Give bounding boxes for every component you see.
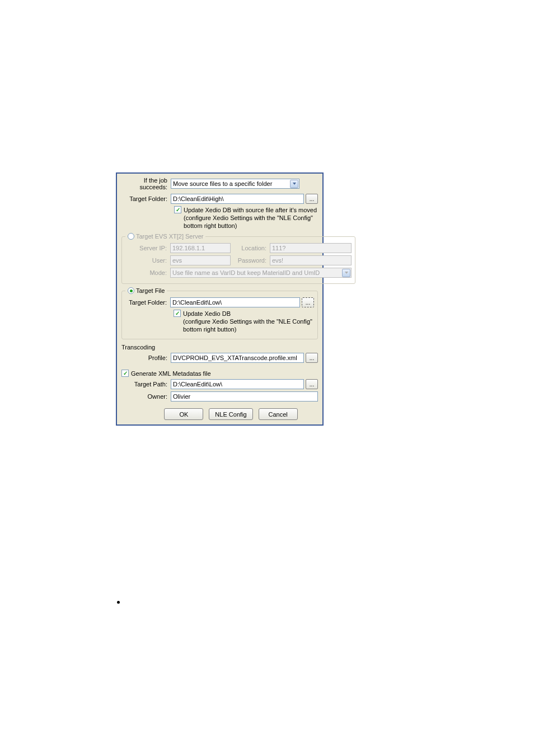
profile-label: Profile: [121, 354, 171, 361]
browse-button-xml[interactable]: ... [306, 379, 318, 389]
job-succeeds-row: If the job succeeds: Move source files t… [121, 177, 318, 190]
target-folder-high-row: Target Folder: ... [121, 194, 318, 204]
update-xedio-high-row: Update Xedio DB with source file after i… [121, 206, 318, 230]
target-file-folder-label: Target Folder: [125, 299, 170, 306]
xml-metadata-label: Generate XML Metadatas file [131, 370, 211, 377]
user-input [170, 255, 231, 265]
mode-select: Use file name as VarID but keep Material… [170, 268, 352, 278]
browse-button-high[interactable]: ... [306, 194, 318, 204]
job-succeeds-label: If the job succeeds: [121, 177, 171, 190]
user-label: User: [125, 257, 170, 264]
radio-target-evs[interactable] [128, 233, 134, 240]
target-path-label: Target Path: [121, 381, 171, 388]
transcoding-title: Transcoding [121, 344, 318, 351]
target-evs-legend[interactable]: Target EVS XT[2] Server [125, 233, 205, 240]
password-input [270, 255, 352, 265]
xml-metadata-checkbox[interactable] [121, 370, 129, 377]
evs-mode-row: Mode: Use file name as VarID but keep Ma… [125, 268, 352, 278]
evs-server-row: Server IP: Location: [125, 243, 352, 253]
owner-row: Owner: [121, 391, 318, 402]
server-ip-input [170, 243, 231, 253]
chevron-down-icon [290, 180, 298, 188]
server-ip-label: Server IP: [125, 245, 170, 251]
button-row: OK NLE Config Cancel [121, 408, 318, 420]
update-xedio-high-checkbox[interactable] [174, 206, 181, 213]
owner-label: Owner: [121, 393, 171, 400]
update-xedio-file-checkbox[interactable] [174, 310, 181, 317]
target-file-legend[interactable]: Target File [125, 287, 167, 294]
chevron-down-icon [342, 269, 350, 277]
location-label: Location: [231, 245, 270, 251]
bullet-icon [117, 601, 120, 604]
target-file-fieldset: Target File Target Folder: ... Update Xe… [121, 287, 318, 339]
password-label: Password: [231, 257, 270, 264]
target-folder-high-label: Target Folder: [121, 195, 171, 202]
evs-user-row: User: Password: [125, 255, 352, 265]
job-succeeds-select[interactable]: Move source files to a specific folder [171, 179, 299, 189]
ok-button[interactable]: OK [164, 408, 203, 420]
job-succeeds-value: Move source files to a specific folder [173, 180, 272, 187]
target-folder-high-input[interactable] [171, 194, 304, 204]
target-evs-fieldset: Target EVS XT[2] Server Server IP: Locat… [121, 233, 355, 284]
mode-value: Use file name as VarID but keep Material… [172, 269, 320, 276]
target-file-folder-row: Target Folder: ... [125, 297, 314, 307]
nle-config-button[interactable]: NLE Config [209, 408, 252, 420]
dialog-panel: If the job succeeds: Move source files t… [116, 172, 324, 426]
browse-button-file[interactable]: ... [302, 297, 314, 307]
radio-target-file[interactable] [128, 287, 134, 294]
update-xedio-file-row: Update Xedio DB (configure Xedio Setting… [125, 310, 314, 333]
update-xedio-file-text: Update Xedio DB (configure Xedio Setting… [183, 310, 314, 333]
mode-label: Mode: [125, 269, 170, 276]
location-input [270, 243, 352, 253]
profile-input[interactable] [171, 353, 304, 363]
bullet-item [117, 601, 120, 604]
target-file-folder-input[interactable] [170, 297, 300, 307]
transcoding-profile-row: Profile: ... [121, 353, 318, 363]
xml-target-path-row: Target Path: ... [121, 379, 318, 389]
cancel-button[interactable]: Cancel [259, 408, 298, 420]
browse-button-profile[interactable]: ... [306, 353, 318, 363]
target-path-input[interactable] [171, 379, 304, 389]
owner-input[interactable] [171, 391, 318, 402]
update-xedio-high-text: Update Xedio DB with source file after i… [184, 206, 318, 230]
xml-metadata-row: Generate XML Metadatas file [121, 370, 318, 377]
